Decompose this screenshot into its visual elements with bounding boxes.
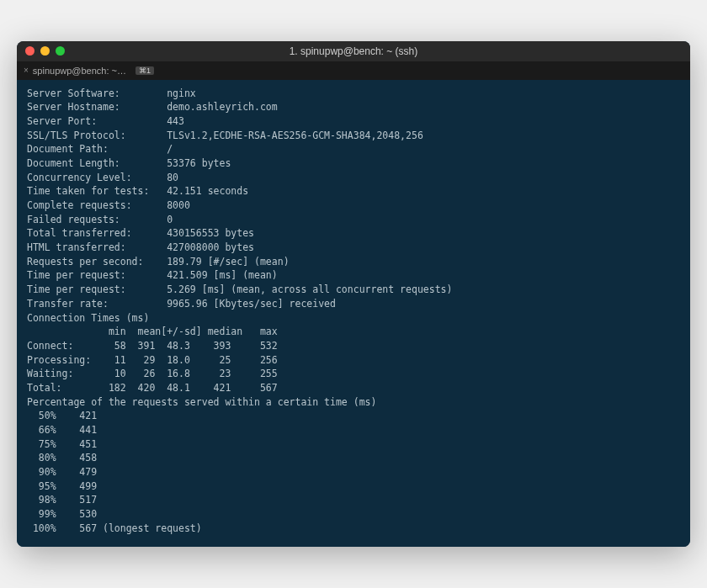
output-line: Failed requests: 0 (27, 213, 680, 227)
tab-shortcut: ⌘1 (136, 66, 154, 75)
output-line: Processing: 11 29 18.0 25 256 (27, 353, 680, 368)
minimize-icon[interactable] (40, 46, 50, 56)
window-title: 1. spinupwp@bench: ~ (ssh) (25, 45, 682, 57)
tabbar: × spinupwp@bench: ~… ⌘1 (17, 61, 690, 80)
output-line: Complete requests: 8000 (27, 199, 680, 213)
output-line: Percentage of the requests served within… (27, 395, 680, 410)
output-line: Document Path: / (27, 142, 680, 156)
terminal-output[interactable]: Server Software: nginxServer Hostname: d… (17, 80, 690, 548)
output-line: 100% 567 (longest request) (27, 522, 680, 536)
output-line: 90% 479 (27, 465, 680, 479)
traffic-lights (25, 46, 65, 56)
output-line: 95% 499 (27, 479, 680, 494)
output-line: 80% 458 (27, 451, 680, 465)
tab-close-icon[interactable]: × (24, 66, 29, 75)
output-line: Requests per second: 189.79 [#/sec] (mea… (27, 255, 680, 269)
output-line: Server Port: 443 (27, 114, 680, 129)
output-line: 75% 451 (27, 437, 680, 452)
output-line: 99% 530 (27, 507, 680, 522)
output-line: SSL/TLS Protocol: TLSv1.2,ECDHE-RSA-AES2… (27, 129, 680, 143)
terminal-window: 1. spinupwp@bench: ~ (ssh) × spinupwp@be… (17, 41, 690, 548)
tab-label: spinupwp@bench: ~… (33, 66, 126, 76)
output-line: 66% 441 (27, 423, 680, 437)
output-line: Total transferred: 430156553 bytes (27, 226, 680, 241)
output-line: Server Software: nginx (27, 87, 680, 101)
output-line: Connect: 58 391 48.3 393 532 (27, 339, 680, 353)
output-line: 50% 421 (27, 409, 680, 423)
output-line: 98% 517 (27, 493, 680, 507)
output-line: Time per request: 5.269 [ms] (mean, acro… (27, 283, 680, 297)
output-line: Connection Times (ms) (27, 311, 680, 326)
output-line: Time taken for tests: 42.151 seconds (27, 184, 680, 199)
titlebar[interactable]: 1. spinupwp@bench: ~ (ssh) (17, 41, 690, 61)
output-line: min mean[+/-sd] median max (27, 325, 680, 339)
output-line: Concurrency Level: 80 (27, 171, 680, 185)
output-line: Transfer rate: 9965.96 [Kbytes/sec] rece… (27, 297, 680, 311)
output-line: HTML transferred: 427008000 bytes (27, 241, 680, 255)
maximize-icon[interactable] (56, 46, 65, 56)
output-line: Server Hostname: demo.ashleyrich.com (27, 100, 680, 114)
output-line: Document Length: 53376 bytes (27, 156, 680, 171)
output-line: Waiting: 10 26 16.8 23 255 (27, 367, 680, 381)
output-line: Total: 182 420 48.1 421 567 (27, 381, 680, 395)
close-icon[interactable] (25, 46, 35, 56)
output-line: Time per request: 421.509 [ms] (mean) (27, 268, 680, 283)
tab-ssh[interactable]: × spinupwp@bench: ~… ⌘1 (24, 66, 154, 76)
